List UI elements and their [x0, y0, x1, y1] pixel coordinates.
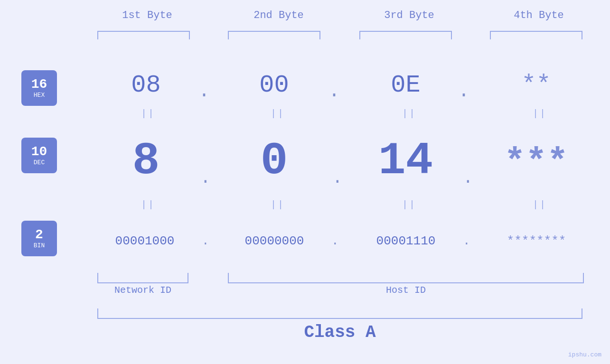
- dec-badge-number: 10: [31, 145, 47, 159]
- dec-badge: 10 DEC: [21, 138, 57, 173]
- bin-badge-label: BIN: [34, 242, 45, 249]
- hex-badge-label: HEX: [34, 92, 45, 99]
- eq2-b1: ||: [141, 199, 155, 210]
- eq2-b3: ||: [402, 199, 416, 210]
- top-bracket-3: [359, 31, 452, 39]
- network-id-bracket: [97, 273, 188, 283]
- dec-b3: 14: [359, 135, 452, 187]
- hex-dot3: .: [458, 81, 469, 102]
- dec-dot2: .: [332, 168, 343, 188]
- eq2-b4: ||: [533, 199, 547, 210]
- hex-b4: **: [490, 71, 582, 99]
- class-bracket: [97, 308, 582, 319]
- byte4-header: 4th Byte: [491, 9, 586, 21]
- bin-b2: 00000000: [222, 234, 327, 248]
- top-bracket-1: [97, 31, 190, 39]
- byte2-header: 2nd Byte: [231, 9, 326, 21]
- bin-b4: ********: [484, 234, 589, 248]
- host-id-bracket: [228, 273, 584, 283]
- top-bracket-4: [490, 31, 582, 39]
- hex-badge-number: 16: [31, 77, 47, 92]
- dec-b4: ***: [490, 142, 582, 183]
- dec-badge-label: DEC: [34, 159, 45, 166]
- bin-dot3: .: [463, 234, 470, 248]
- bin-dot2: .: [331, 234, 339, 248]
- network-id-label: Network ID: [97, 285, 188, 296]
- dec-dot3: .: [463, 168, 473, 188]
- bin-dot1: .: [202, 234, 209, 248]
- hex-b1: 08: [100, 71, 192, 99]
- hex-dot2: .: [328, 81, 340, 102]
- host-id-label: Host ID: [228, 285, 584, 296]
- eq1-b2: ||: [271, 108, 285, 119]
- hex-dot1: .: [198, 81, 210, 102]
- hex-b3: 0E: [359, 71, 452, 99]
- eq1-b1: ||: [141, 108, 155, 119]
- dec-b1: 8: [100, 135, 192, 187]
- eq1-b4: ||: [533, 108, 547, 119]
- hex-badge: 16 HEX: [21, 70, 57, 106]
- dec-dot1: .: [200, 168, 211, 188]
- bin-b3: 00001110: [354, 234, 458, 248]
- dec-b2: 0: [228, 135, 320, 187]
- top-bracket-2: [228, 31, 320, 39]
- byte1-header: 1st Byte: [100, 9, 195, 21]
- eq2-b2: ||: [271, 199, 285, 210]
- bin-badge-number: 2: [35, 228, 43, 243]
- hex-b2: 00: [228, 71, 320, 99]
- bin-b1: 00001000: [93, 234, 197, 248]
- class-label: Class A: [97, 323, 582, 342]
- bin-badge: 2 BIN: [21, 221, 57, 256]
- watermark: ipshu.com: [568, 351, 601, 358]
- eq1-b3: ||: [402, 108, 416, 119]
- main-layout: 1st Byte 2nd Byte 3rd Byte 4th Byte 16 H…: [0, 0, 610, 364]
- byte3-header: 3rd Byte: [362, 9, 457, 21]
